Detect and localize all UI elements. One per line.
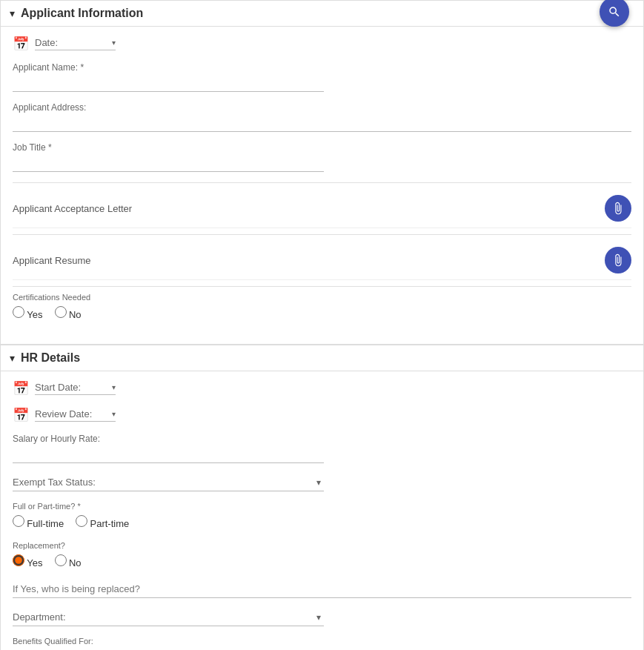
resume-attach-button[interactable] (605, 247, 631, 273)
job-title-row: Job Title * (13, 142, 324, 172)
hr-section-body: 📅 Start Date: ▾ 📅 Review Date: ▾ (1, 371, 643, 650)
full-part-time-row: Full or Part-time? * Full-time Part-time (13, 502, 631, 531)
replacement-yes-label: Yes (27, 557, 42, 568)
replacement-yes-radio[interactable] (13, 554, 24, 566)
date-dropdown-arrow-icon: ▾ (112, 39, 116, 47)
replacement-no-label: No (69, 557, 82, 568)
job-title-label: Job Title * (13, 142, 324, 153)
salary-input[interactable] (13, 445, 324, 463)
resume-row: Applicant Resume (13, 241, 631, 280)
replacement-label: Replacement? (13, 541, 631, 550)
hr-chevron-icon: ▾ (10, 352, 15, 364)
date-select-wrapper[interactable]: Date: ▾ (35, 37, 116, 50)
review-date-select-wrapper[interactable]: Review Date: ▾ (35, 408, 116, 422)
applicant-information-section: ▾ Applicant Information 📅 Date: ▾ Applic… (0, 0, 644, 345)
certifications-no-radio[interactable] (55, 306, 67, 318)
part-time-label: Part-time (90, 518, 130, 529)
certifications-yes-label: Yes (27, 309, 42, 320)
acceptance-letter-row: Applicant Acceptance Letter (13, 189, 631, 228)
full-part-time-label: Full or Part-time? * (13, 502, 631, 511)
applicant-section-body: 📅 Date: ▾ Applicant Name: * Applicant Ad… (1, 27, 643, 344)
divider-2 (13, 234, 631, 235)
replacement-no-option[interactable]: No (55, 554, 82, 568)
department-select[interactable]: Department: (13, 608, 324, 626)
full-time-option[interactable]: Full-time (13, 515, 64, 529)
start-date-select-wrapper[interactable]: Start Date: ▾ (35, 382, 116, 395)
applicant-name-row: Applicant Name: * (13, 62, 324, 92)
start-date-dropdown-arrow-icon: ▾ (112, 383, 116, 391)
certifications-label: Certifications Needed (13, 293, 631, 302)
department-select-wrapper: Department: (13, 608, 324, 626)
review-date-row: 📅 Review Date: ▾ (13, 407, 631, 423)
exempt-tax-select-wrapper: Exempt Tax Status: (13, 474, 324, 491)
full-time-label: Full-time (27, 518, 64, 529)
divider-3 (13, 286, 631, 287)
attach-icon (611, 202, 625, 215)
department-row: Department: (13, 608, 631, 626)
certifications-row: Certifications Needed Yes No (13, 293, 631, 322)
salary-row: Salary or Hourly Rate: (13, 434, 324, 463)
acceptance-letter-label: Applicant Acceptance Letter (13, 203, 132, 214)
replacement-yes-option[interactable]: Yes (13, 554, 43, 568)
certifications-no-label: No (69, 309, 82, 320)
benefits-label: Benefits Qualified For: (13, 637, 631, 646)
certifications-yes-option[interactable]: Yes (13, 306, 43, 320)
certifications-radio-group: Yes No (13, 306, 631, 322)
applicant-address-label: Applicant Address: (13, 102, 631, 113)
review-date-dropdown-arrow-icon: ▾ (112, 410, 116, 418)
applicant-address-row: Applicant Address: (13, 102, 631, 132)
job-title-input[interactable] (13, 154, 324, 172)
full-time-radio[interactable] (13, 515, 24, 527)
hr-section-title: HR Details (21, 351, 80, 365)
salary-label: Salary or Hourly Rate: (13, 434, 324, 444)
applicant-section-header[interactable]: ▾ Applicant Information (1, 1, 643, 27)
date-select[interactable]: Date: (35, 37, 109, 48)
divider-1 (13, 182, 631, 183)
start-date-calendar-icon: 📅 (13, 380, 29, 397)
date-row: 📅 Date: ▾ (13, 36, 631, 52)
calendar-icon: 📅 (13, 36, 29, 52)
start-date-select[interactable]: Start Date: (35, 382, 109, 393)
hr-details-section: ▾ HR Details 📅 Start Date: ▾ 📅 Revi (0, 345, 644, 650)
start-date-row: 📅 Start Date: ▾ (13, 380, 631, 397)
search-icon (608, 5, 621, 19)
part-time-radio[interactable] (76, 515, 87, 527)
exempt-tax-select[interactable]: Exempt Tax Status: (13, 474, 324, 491)
full-part-time-radio-group: Full-time Part-time (13, 515, 631, 531)
certifications-no-option[interactable]: No (55, 306, 82, 320)
review-date-calendar-icon: 📅 (13, 407, 29, 423)
benefits-row: Benefits Qualified For: Healthcare Retir… (13, 637, 631, 650)
certifications-yes-radio[interactable] (13, 306, 24, 318)
applicant-chevron-icon: ▾ (10, 7, 15, 19)
acceptance-letter-attach-button[interactable] (605, 195, 631, 222)
replacement-no-radio[interactable] (55, 554, 67, 566)
replacement-who-input[interactable] (13, 580, 631, 598)
applicant-section-title: Applicant Information (21, 7, 143, 20)
part-time-option[interactable]: Part-time (76, 515, 129, 529)
applicant-name-input[interactable] (13, 74, 324, 92)
applicant-name-label: Applicant Name: * (13, 62, 324, 73)
hr-section-header[interactable]: ▾ HR Details (1, 345, 643, 371)
replacement-radio-group: Yes No (13, 554, 631, 570)
resume-label: Applicant Resume (13, 255, 91, 266)
attach-icon-2 (611, 253, 625, 267)
replacement-row: Replacement? Yes No (13, 541, 631, 570)
replacement-who-row (13, 580, 631, 598)
applicant-address-input[interactable] (13, 114, 631, 132)
exempt-tax-row: Exempt Tax Status: (13, 474, 631, 491)
review-date-select[interactable]: Review Date: (35, 408, 109, 419)
